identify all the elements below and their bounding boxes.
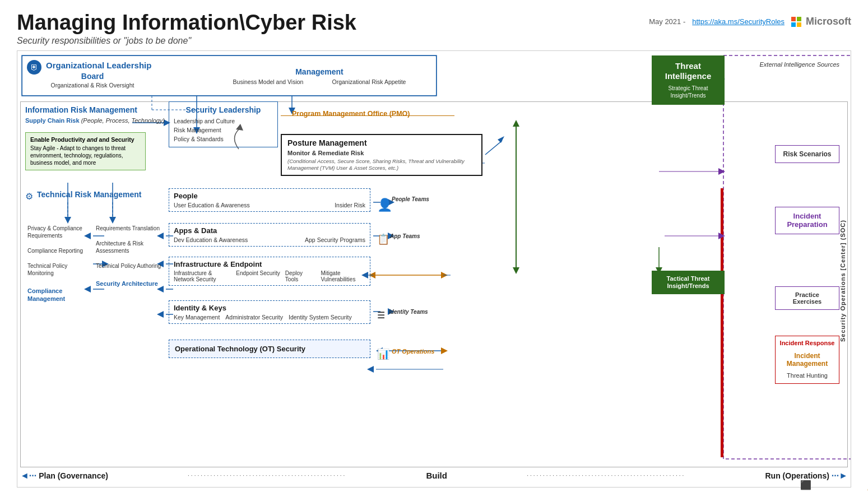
supply-chain-italic: (People, Process, Technology) [81,117,165,124]
tech-icon: ⚙ [25,191,33,202]
identity-box: Identity & Keys Key Management Administr… [169,300,370,324]
microsoft-logo: Microsoft [791,16,851,27]
sec-leadership-item1: Leadership and Culture [174,117,273,126]
tactical-box: Tactical Threat Insight/Trends [652,271,725,294]
page-title: Managing Information\Cyber Risk [17,11,356,35]
incident-mgmt-label: Incident Management [776,350,839,370]
apps-item2: App Security Programs [305,236,365,243]
sec-leadership-item3: Policy & Standards [174,134,273,143]
infra-col2: Endpoint Security [236,270,281,282]
date-label: May 2021 - [649,17,685,26]
apps-item1: Dev Education & Awareness [174,236,248,243]
mgmt-title: Management [219,67,420,76]
board-subtitle: Organizational & Risk Oversight [39,82,146,89]
board-title: Board [39,72,146,81]
ms-label: Microsoft [806,16,851,27]
ot-ops-label: OT Operations [392,348,434,355]
info-risk-label: Information Risk Management [25,105,137,114]
posture-title: Posture Management [287,138,476,147]
enable-body: Stay Agile - Adapt to changes to threat … [30,145,141,166]
apps-box: Apps & Data Dev Education & Awareness Ap… [169,223,370,247]
incident-response-label: Incident Response [776,336,839,350]
mgmt-subtitles: Business Model and Vision Organizational… [219,78,420,85]
sec-ops-label: Security Operations [Center] (SOC) [839,219,846,342]
enable-title-part2: and Security [99,136,134,143]
plan-arrow-left: ◄··· [20,471,36,481]
tactical-title: Tactical Threat Insight/Trends [656,275,720,290]
it-ops-area: ⬛ IT Operations [440,261,513,268]
soc-section: Incident Response Incident Management Th… [775,336,839,384]
threat-intel-box: Threat Intelligence Strategic Threat Ins… [652,55,725,105]
people-teams-icon: 👤 [377,198,392,212]
page-subtitle: Security responsibilities or "jobs to be… [17,36,356,46]
people-teams-label: People Teams [392,196,429,202]
posture-subtitle: Monitor & Remediate Risk [287,150,476,156]
supply-chain: Supply Chain Risk (People, Process, Tech… [25,117,165,124]
pmo-line [281,115,454,116]
identity-title: Identity & Keys [174,304,365,312]
threat-hunting-label: Threat Hunting [776,370,839,383]
infra-col1: Infrastructure & Network Security [174,270,231,282]
threat-intel-title: Threat Intelligence [656,61,720,81]
identity-item2: Administrator Security [225,314,283,321]
ms-grid-icon [791,17,801,27]
app-teams-label: App Teams [390,233,420,239]
org-leadership-label: Organizational Leadership [46,61,151,70]
identity-item3: Identity System Security [289,314,352,321]
mid-item-1: Requirements Translation [96,225,163,232]
incident-prep-label: Incident Preparation [780,212,834,229]
title-block: Managing Information\Cyber Risk Security… [17,11,356,46]
ot-box: Operational Technology (OT) Security [169,340,370,358]
practice-box: Practice Exercises [775,286,839,310]
left-item-4: Compliance Management [27,287,89,303]
enable-title-and: and [85,136,99,143]
mid-item-2: Architecture & Risk Assessments [96,240,163,254]
left-item-1: Privacy & Compliance Requirements [27,225,89,239]
posture-detail: (Conditional Access, Secure Score, Shari… [287,158,476,172]
people-item2: Insider Risk [335,202,365,208]
sec-leadership-item2: Risk Management [174,126,273,134]
bottom-bar: ◄··· Plan (Governance) ·················… [20,467,848,484]
apps-row: Dev Education & Awareness App Security P… [174,236,365,243]
bottom-dots-left: ········································… [108,472,426,479]
identity-row: Key Management Administrator Security Id… [174,314,365,321]
supply-chain-text: Supply Chain Risk [25,117,80,124]
infra-col4: Mitigate Vulnerabilities [321,270,366,282]
sec-leadership-box: Security Leadership Leadership and Cultu… [169,101,278,147]
board-section: Board Organizational & Risk Oversight [39,72,146,89]
risk-scenarios-label: Risk Scenarios [780,150,834,158]
plan-label: ◄··· Plan (Governance) [20,471,108,481]
left-item-2: Compliance Reporting [27,247,89,254]
people-item1: User Education & Awareness [174,202,250,208]
run-label: Run (Operations) ···► [765,471,848,481]
mgmt-section: Management Business Model and Vision Org… [219,67,420,85]
threat-intel-strategic: Strategic Threat Insight/Trends [656,85,720,99]
people-row: User Education & Awareness Insider Risk [174,202,365,208]
enable-box: Enable Productivity and and Security Sta… [25,132,146,170]
link[interactable]: https://aka.ms/SecurityRoles [692,17,785,26]
left-col: Privacy & Compliance Requirements Compli… [27,225,89,303]
sec-leadership-title: Security Leadership [174,105,273,114]
header: Managing Information\Cyber Risk Security… [17,11,851,46]
plan-text: Plan (Governance) [39,471,108,480]
mid-item-3: Technical Policy Authoring [96,262,163,270]
run-arrow-right: ···► [832,471,848,481]
practice-label: Practice Exercises [780,291,834,305]
identity-teams-label: Identity Teams [389,309,428,315]
tech-risk-label: Technical Risk Management [37,190,141,199]
mgmt-sub1: Business Model and Vision [233,78,304,85]
bottom-dots-right: ········································… [447,472,765,479]
external-text: External Intelligence Sources [760,61,839,68]
enable-title: Enable Productivity and and Security [30,136,141,143]
infra-title: Infrastructure & Endpoint [174,260,365,268]
people-box: People User Education & Awareness Inside… [169,188,370,212]
external-label: External Intelligence Sources [760,61,839,68]
ot-title: Operational Technology (OT) Security [175,345,364,353]
pmo-label: Program Management Office (PMO) [292,110,410,118]
diagram: ⛨ Organizational Leadership Board Organi… [17,50,851,488]
apps-title: Apps & Data [174,226,365,235]
ot-icon: 📊 [377,348,389,360]
enable-title-part1: Enable Productivity [30,136,85,143]
left-item-3: Technical Policy Monitoring [27,262,89,277]
identity-icon: ☰ [377,310,385,321]
